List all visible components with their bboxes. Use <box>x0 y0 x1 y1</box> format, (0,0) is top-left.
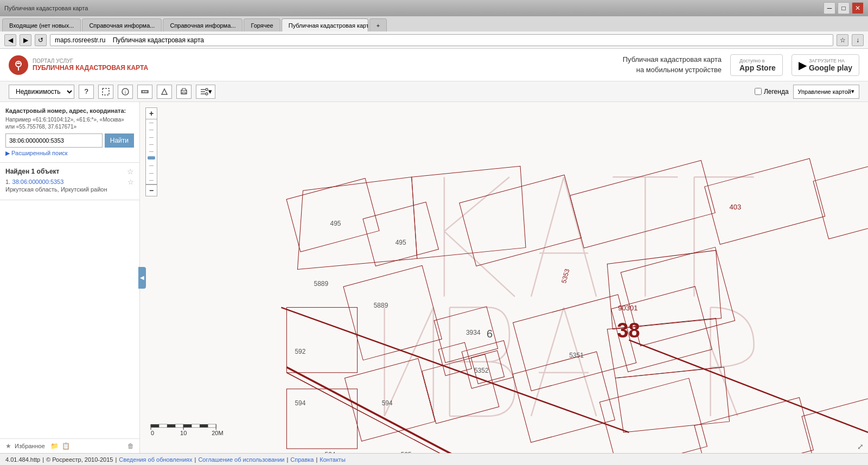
tab-4[interactable]: Публичная кадастровая карта ✕ <box>282 18 368 31</box>
results-header: Найден 1 объект ☆ <box>5 167 134 176</box>
separator: | <box>42 456 44 463</box>
version-label: 4.01.484.http <box>5 456 40 463</box>
svg-text:3934: 3934 <box>466 329 481 336</box>
tab-label: Входящие (нет новых... <box>9 22 74 29</box>
search-btn[interactable]: Найти <box>105 133 134 148</box>
help-btn[interactable]: ? <box>79 85 94 99</box>
result-num: 1. <box>5 179 10 185</box>
results-count: Найден 1 объект <box>5 168 60 175</box>
svg-text:90301: 90301 <box>618 304 637 312</box>
browser-address-bar: ◀ ▶ ↺ ☆ ↓ <box>0 31 868 49</box>
app-store-btn[interactable]: Доступно в App Store <box>730 54 783 76</box>
svg-text:595: 595 <box>401 451 412 453</box>
browser-title-bar: Публичная кадастровая карта ─ □ ✕ <box>0 0 868 16</box>
google-play-btn[interactable]: ▶ ЗАГРУЗИТЕ НА Google play <box>792 54 859 76</box>
result-location: Иркутская область, Иркутский район <box>5 186 107 193</box>
zoom-in-btn[interactable]: + <box>145 107 157 119</box>
separator2: | <box>115 456 117 463</box>
address-input[interactable] <box>50 34 833 46</box>
tab-label: Публичная кадастровая карта <box>289 22 368 29</box>
svg-text:403: 403 <box>730 203 742 211</box>
tab-1[interactable]: Справочная информа... <box>82 18 162 31</box>
legend-label[interactable]: Легенда <box>755 88 789 95</box>
download-btn[interactable]: ↓ <box>852 34 864 46</box>
svg-rect-1 <box>103 88 109 95</box>
print-btn[interactable] <box>176 85 192 99</box>
svg-text:594: 594 <box>382 399 393 407</box>
maximize-map-btn[interactable]: ⤢ <box>857 442 864 451</box>
svg-rect-14 <box>140 102 868 453</box>
fav-del-icon[interactable]: 🗑 <box>127 442 134 450</box>
measure-area-btn[interactable] <box>157 85 172 99</box>
refresh-btn[interactable]: ↺ <box>35 34 47 46</box>
search-input[interactable] <box>5 133 103 148</box>
zoom-controls: + − <box>145 107 157 196</box>
svg-rect-10 <box>182 88 186 91</box>
contacts-link[interactable]: Контакты <box>320 456 346 463</box>
result-item: 1. ☆ 38:06:000000:5353 Иркутская область… <box>5 176 134 195</box>
new-tab-btn[interactable]: + <box>369 18 387 31</box>
layer-select[interactable]: Недвижимость Границы Прочее <box>9 85 74 99</box>
forward-btn[interactable]: ▶ <box>20 34 31 46</box>
search-row: Найти <box>5 133 134 148</box>
zoom-out-btn[interactable]: − <box>145 184 157 196</box>
svg-text:5351: 5351 <box>569 352 584 359</box>
back-btn[interactable]: ◀ <box>4 34 16 46</box>
map-svg: 403 495 495 5889 5889 592 594 594 594 59… <box>140 102 868 453</box>
svg-text:5352: 5352 <box>474 367 489 374</box>
map-area[interactable]: 403 495 495 5889 5889 592 594 594 594 59… <box>140 102 868 453</box>
search-section: Кадастровый номер, адрес, координата: На… <box>0 102 139 163</box>
close-btn[interactable]: ✕ <box>852 2 864 14</box>
agreement-link[interactable]: Соглашение об использовании <box>198 456 284 463</box>
result-link[interactable]: 38:06:000000:5353 <box>12 179 64 185</box>
updates-link[interactable]: Сведения об обновлениях <box>119 456 192 463</box>
tools-btn[interactable]: ▾ <box>196 85 215 99</box>
svg-text:0: 0 <box>151 430 154 436</box>
help-link[interactable]: Справка <box>290 456 314 463</box>
fav-add2-icon[interactable]: 📋 <box>62 442 70 450</box>
browser-tab-bar: Входящие (нет новых... Справочная информ… <box>0 16 868 31</box>
result-star-icon[interactable]: ☆ <box>127 178 134 186</box>
mobile-text: Публичная кадастровая карта на мобильном… <box>623 55 722 74</box>
portal-label: ПОРТАЛ УСЛУГ <box>33 58 148 64</box>
android-icon: ▶ <box>799 59 807 72</box>
minimize-btn[interactable]: ─ <box>824 2 835 14</box>
zoom-slider[interactable] <box>145 119 157 184</box>
tab-0[interactable]: Входящие (нет новых... <box>2 18 81 31</box>
search-hint: Кадастровый номер, адрес, координата: <box>5 107 134 114</box>
svg-text:10: 10 <box>180 430 187 436</box>
advanced-search[interactable]: ▶ Расширенный поиск <box>5 150 134 157</box>
legend-checkbox[interactable] <box>755 88 762 95</box>
info-btn[interactable]: i <box>118 85 133 99</box>
svg-text:38: 38 <box>617 319 640 342</box>
svg-text:495: 495 <box>395 239 406 246</box>
favorites-label: Избранное <box>15 443 45 449</box>
results-star-icon[interactable]: ☆ <box>127 167 134 176</box>
tab-3[interactable]: Горячее <box>244 18 280 31</box>
map-name-label: ПУБЛИЧНАЯ КАДАСТРОВАЯ КАРТА <box>33 64 148 72</box>
bookmark-btn[interactable]: ☆ <box>837 34 848 46</box>
svg-text:592: 592 <box>295 348 305 355</box>
zoom-handle[interactable] <box>148 156 155 160</box>
logo-text: ПОРТАЛ УСЛУГ ПУБЛИЧНАЯ КАДАСТРОВАЯ КАРТА <box>33 58 148 72</box>
svg-text:495: 495 <box>330 220 341 227</box>
tab-2[interactable]: Справочная информа... <box>163 18 242 31</box>
manage-map-btn[interactable]: Управление картой ▾ <box>793 85 859 99</box>
google-play-text: ЗАГРУЗИТЕ НА Google play <box>809 58 852 72</box>
svg-text:6: 6 <box>487 328 493 340</box>
status-bar: 4.01.484.http | © Росреестр, 2010-2015 |… <box>0 453 868 465</box>
svg-point-12 <box>206 88 208 91</box>
maximize-btn[interactable]: □ <box>838 2 850 14</box>
sidebar-collapse-btn[interactable]: ◀ <box>138 267 146 289</box>
svg-rect-94 <box>192 424 200 428</box>
svg-marker-8 <box>162 89 167 94</box>
toolbar-right: Легенда Управление картой ▾ <box>755 85 859 99</box>
fav-add-icon[interactable]: 📁 <box>50 442 59 450</box>
tab-label: Горячее <box>251 22 273 29</box>
select-area-btn[interactable] <box>98 85 113 99</box>
measure-btn[interactable] <box>137 85 152 99</box>
app-logo: ПОРТАЛ УСЛУГ ПУБЛИЧНАЯ КАДАСТРОВАЯ КАРТА <box>9 55 148 75</box>
tab-label: Справочная информа... <box>89 22 155 29</box>
separator5: | <box>316 456 317 463</box>
svg-rect-93 <box>183 424 192 428</box>
